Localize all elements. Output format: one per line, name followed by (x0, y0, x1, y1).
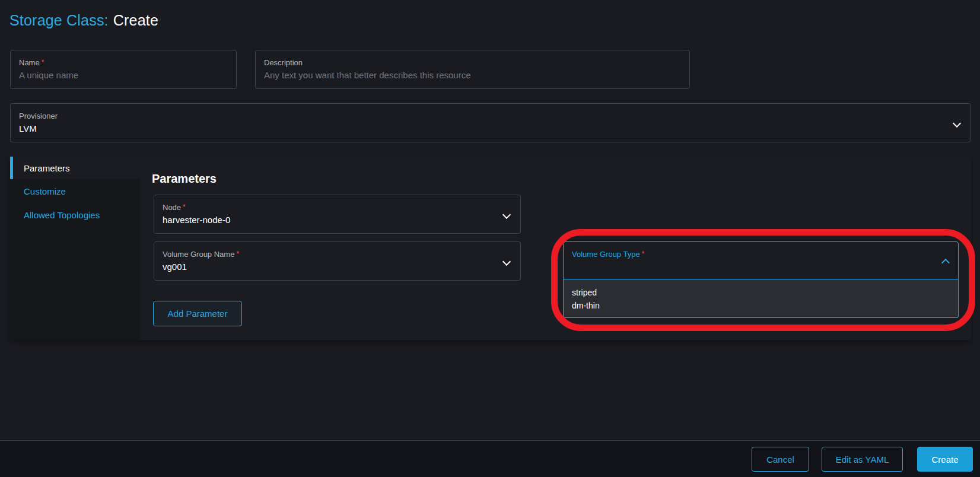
edit-as-yaml-button[interactable]: Edit as YAML (822, 447, 903, 472)
tab-parameters[interactable]: Parameters (10, 157, 140, 179)
chevron-up-icon (941, 259, 950, 267)
description-input[interactable] (264, 70, 681, 80)
volume-group-name-select[interactable]: Volume Group Name* vg001 (154, 241, 521, 281)
footer-bar: Cancel Edit as YAML Create (0, 440, 980, 477)
tab-allowed-topologies-label: Allowed Topologies (24, 210, 100, 220)
tab-parameters-label: Parameters (24, 163, 70, 173)
volume-group-type-options: striped dm-thin (563, 279, 959, 318)
cancel-button[interactable]: Cancel (752, 447, 809, 472)
volume-group-name-label: Volume Group Name* (163, 250, 512, 259)
create-button[interactable]: Create (917, 447, 973, 472)
provisioner-select[interactable]: Provisioner LVM (10, 103, 971, 142)
page-title-action: Create (113, 12, 158, 28)
required-marker: * (642, 250, 645, 258)
volume-group-type-field: Volume Group Type* striped dm-thin (563, 241, 959, 318)
volume-group-type-select[interactable]: Volume Group Type* (563, 241, 959, 279)
name-input[interactable] (19, 70, 228, 80)
provisioner-label: Provisioner (19, 112, 962, 120)
tab-customize[interactable]: Customize (10, 179, 140, 203)
node-select[interactable]: Node* harvester-node-0 (154, 195, 521, 234)
node-label: Node* (163, 203, 512, 212)
tab-allowed-topologies[interactable]: Allowed Topologies (10, 203, 140, 227)
volume-group-name-value: vg001 (163, 262, 512, 272)
provisioner-value: LVM (19, 123, 962, 134)
tab-sidebar: Parameters Customize Allowed Topologies (10, 157, 140, 340)
page-title-resource: Storage Class: (9, 12, 109, 28)
option-striped[interactable]: striped (564, 286, 958, 299)
name-label: Name* (19, 58, 228, 67)
description-field: Description (255, 50, 690, 89)
option-dm-thin[interactable]: dm-thin (564, 299, 958, 312)
description-label: Description (264, 58, 681, 67)
required-marker: * (183, 203, 186, 211)
required-marker: * (42, 58, 44, 66)
tab-customize-label: Customize (24, 186, 66, 196)
storage-class-create-page: Storage Class:Create Name* Description P… (0, 0, 980, 477)
tabbed-panel: Parameters Customize Allowed Topologies … (10, 157, 971, 340)
add-parameter-button[interactable]: Add Parameter (153, 301, 242, 326)
parameters-heading: Parameters (152, 172, 217, 186)
volume-group-type-label: Volume Group Type* (572, 250, 950, 259)
required-marker: * (236, 250, 239, 258)
page-title: Storage Class:Create (9, 12, 158, 29)
name-field: Name* (10, 50, 237, 89)
node-value: harvester-node-0 (163, 215, 512, 225)
